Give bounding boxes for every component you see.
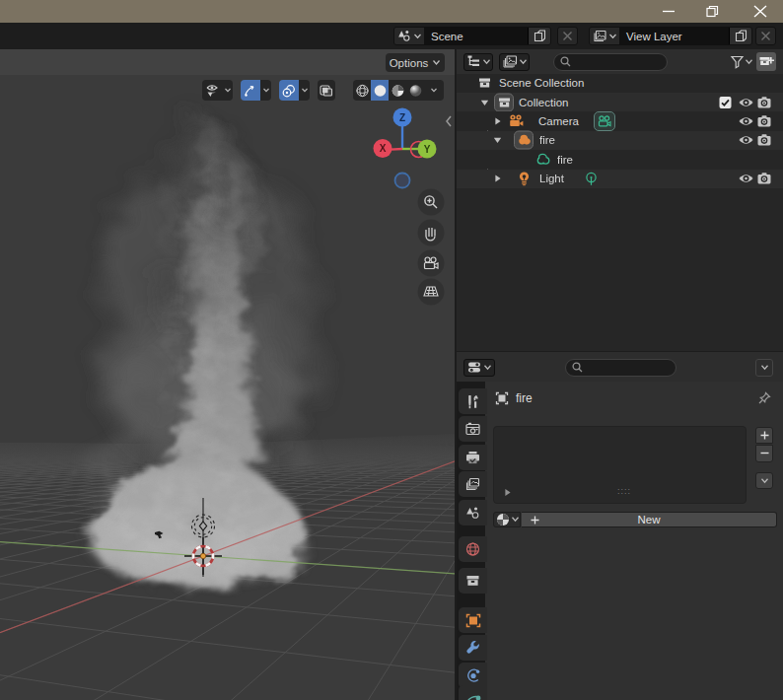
svg-text:Y: Y [424, 144, 431, 155]
svg-text:X: X [380, 143, 387, 154]
svg-text:Z: Z [399, 112, 405, 123]
